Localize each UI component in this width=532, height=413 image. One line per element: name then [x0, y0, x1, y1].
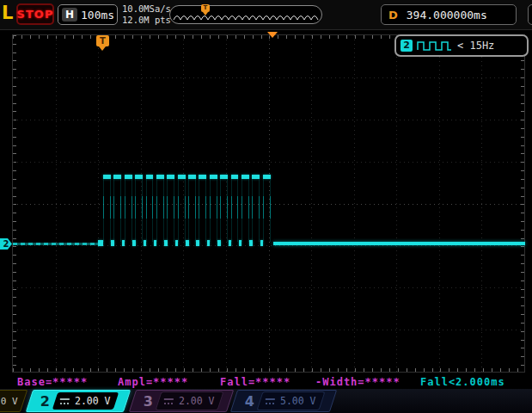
channel1-block-clipped[interactable]: 0 V [0, 390, 28, 412]
measurement-base[interactable]: Base=***** [17, 376, 88, 388]
measurement-fall-value[interactable]: Fall<2.000ms [420, 376, 505, 388]
gridline-horizontal [13, 287, 524, 288]
horizontal-label: H [62, 8, 77, 22]
gridline-horizontal [13, 162, 524, 163]
channel2-scale-pill: 2.00 V [52, 392, 119, 410]
memory-waveform-bar[interactable]: T [169, 5, 322, 24]
trigger-readout-clipped [528, 4, 532, 25]
brand-logo-fragment: L [2, 3, 13, 23]
dc-coupling-icon [164, 398, 174, 404]
oscilloscope-screen: L STOP H 100ms 10.0MSa/s 12.0M pts T D 3… [0, 0, 532, 413]
measurement-nwidth[interactable]: -Width=***** [315, 376, 401, 388]
screen-center-marker-icon [267, 32, 278, 38]
memory-waveform-icon [172, 6, 320, 25]
gridline-horizontal [13, 120, 524, 120]
channel4-scale-pill: 5.00 V [257, 391, 326, 410]
gridline-horizontal [13, 204, 524, 205]
channel4-number: 4 [245, 393, 254, 410]
channel2-block[interactable]: 2 2.00 V [26, 390, 131, 412]
channel3-scale: 2.00 V [179, 395, 215, 407]
top-status-bar: L STOP H 100ms 10.0MSa/s 12.0M pts T D 3… [0, 0, 532, 30]
ch2-ground-marker[interactable]: 2 [0, 238, 12, 250]
delay-label: D [388, 9, 398, 22]
channel1-scale-fragment: 0 V [1, 396, 18, 407]
delay-readout[interactable]: D 394.000000ms [381, 4, 517, 25]
run-stop-status[interactable]: STOP [16, 3, 54, 25]
channel-status-bar: 0 V 2 2.00 V 3 2.00 V 4 5.00 V [0, 389, 532, 413]
acquisition-info: 10.0MSa/s 12.0M pts [122, 3, 171, 26]
trigger-position-flag-icon[interactable]: T [96, 35, 109, 46]
gridline-horizontal [13, 245, 524, 246]
trigger-frequency: < 15Hz [457, 40, 494, 52]
channel4-block[interactable]: 4 5.00 V [230, 390, 337, 412]
channel3-scale-pill: 2.00 V [156, 391, 224, 410]
trigger-info-panel[interactable]: 2 < 15Hz [394, 34, 529, 57]
horizontal-timebase-control[interactable]: H 100ms [58, 4, 118, 25]
memory-trigger-pin-icon[interactable]: T [201, 4, 210, 12]
sample-rate: 10.0MSa/s [122, 3, 171, 15]
memory-depth: 12.0M pts [122, 15, 171, 26]
timebase-value: 100ms [81, 9, 114, 22]
channel2-number: 2 [40, 393, 50, 410]
channel4-scale: 5.00 V [280, 395, 316, 407]
graticule [12, 34, 525, 373]
measurement-ampl[interactable]: Ampl=***** [118, 376, 188, 388]
dc-coupling-icon [266, 398, 275, 404]
channel3-number: 3 [144, 393, 153, 410]
pulse-train-icon [416, 40, 452, 52]
dc-coupling-icon [60, 398, 70, 404]
delay-value: 394.000000ms [407, 9, 487, 22]
gridline-horizontal [13, 330, 524, 330]
trigger-source-badge: 2 [401, 40, 413, 52]
channel3-block[interactable]: 3 2.00 V [129, 390, 234, 412]
channel2-scale: 2.00 V [75, 395, 111, 407]
measurement-fall[interactable]: Fall=***** [220, 376, 290, 388]
gridline-horizontal [13, 77, 524, 78]
